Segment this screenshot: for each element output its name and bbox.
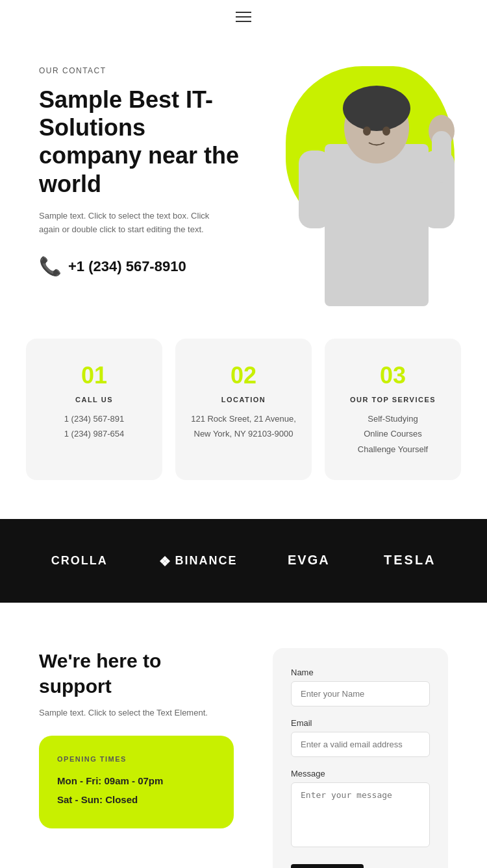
card-number-1: 01 [42,362,147,389]
brand-tesla: TESLA [384,551,436,570]
contact-form: Name Email Message SUBMIT [273,648,448,868]
binance-icon [158,555,171,568]
hero-phone: 📞 +1 (234) 567-8910 [39,256,448,277]
svg-text:TESLA: TESLA [384,553,436,567]
submit-button[interactable]: SUBMIT [291,864,364,868]
brand-evga: EVGA [288,551,333,570]
hero-description: Sample text. Click to select the text bo… [39,210,221,237]
name-label: Name [291,668,430,677]
message-textarea[interactable] [291,782,430,847]
card-location: 02 LOCATION 121 Rock Sreet, 21 Avenue, N… [175,339,312,480]
opening-label: OPENING TIMES [57,755,216,763]
message-label: Message [291,769,430,778]
brands-section: CROLLA BINANCE EVGA TESLA [0,519,487,603]
card-number-3: 03 [340,362,445,389]
card-title-3: OUR TOP SERVICES [340,396,445,404]
hero-section: OUR CONTACT Sample Best IT-Solutions com… [0,34,487,319]
hamburger-menu[interactable] [236,12,251,22]
card-title-1: CALL US [42,396,147,404]
brand-binance: BINANCE [158,554,238,568]
tesla-logo: TESLA [384,551,436,567]
card-detail-2: 121 Rock Sreet, 21 Avenue, New York, NY … [191,411,296,442]
support-title: We're here to support [39,648,234,699]
phone-number: +1 (234) 567-8910 [68,258,186,275]
card-detail-1: 1 (234) 567-891 1 (234) 987-654 [42,411,147,442]
email-label: Email [291,718,430,728]
navbar [0,0,487,34]
form-message-group: Message [291,769,430,850]
name-input[interactable] [291,681,430,706]
form-email-group: Email [291,718,430,757]
email-input[interactable] [291,732,430,757]
support-left: We're here to support Sample text. Click… [39,648,234,828]
support-description: Sample text. Click to select the Text El… [39,708,234,717]
phone-icon: 📞 [39,256,62,277]
card-detail-3: Self-Studying Online Courses Challenge Y… [340,411,445,457]
form-name-group: Name [291,668,430,706]
svg-text:EVGA: EVGA [288,553,330,567]
card-call-us: 01 CALL US 1 (234) 567-891 1 (234) 987-6… [26,339,162,480]
hero-label: OUR CONTACT [39,66,448,75]
hero-title: Sample Best IT-Solutions company near th… [39,86,247,198]
card-number-2: 02 [191,362,296,389]
hero-content: OUR CONTACT Sample Best IT-Solutions com… [39,60,448,277]
opening-times-box: OPENING TIMES Mon - Fri: 09am - 07pm Sat… [39,736,234,828]
card-title-2: LOCATION [191,396,296,404]
evga-logo: EVGA [288,551,333,567]
card-services: 03 OUR TOP SERVICES Self-Studying Online… [325,339,461,480]
cards-section: 01 CALL US 1 (234) 567-891 1 (234) 987-6… [0,319,487,519]
support-section: We're here to support Sample text. Click… [0,603,487,868]
brand-crolla: CROLLA [51,554,108,568]
opening-weekday: Mon - Fri: 09am - 07pm Sat - Sun: Closed [57,772,216,809]
